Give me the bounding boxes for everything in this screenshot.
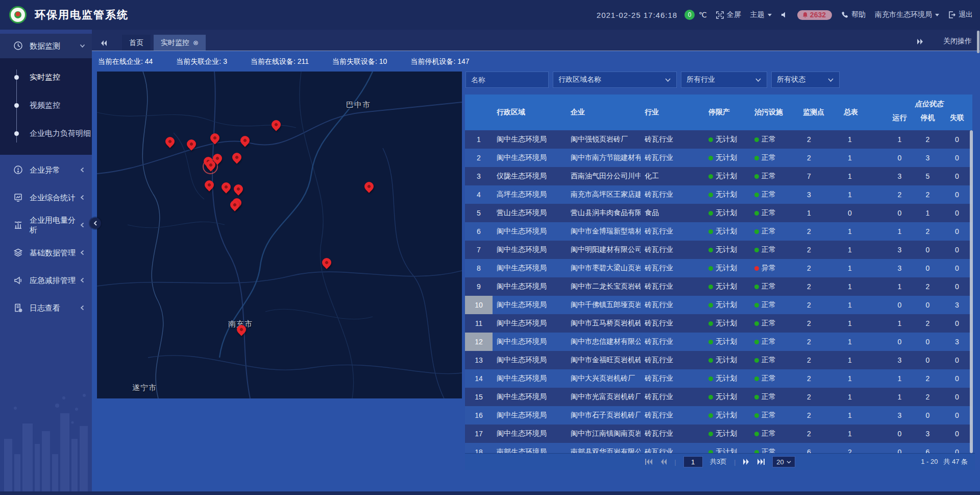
cell-stopped: 6: [914, 443, 942, 453]
tabs-scroll-right-button[interactable]: [916, 38, 924, 45]
cell-row-number: 14: [465, 369, 493, 388]
industry-filter-select[interactable]: 所有行业: [681, 72, 767, 88]
map-canvas[interactable]: 巴中市南充市遂宁市: [97, 72, 462, 398]
cell-enterprise: 南充市高坪区王家店建: [567, 185, 641, 204]
page-scrollbar[interactable]: [977, 31, 979, 53]
page-number-input[interactable]: [683, 456, 703, 467]
map-pin[interactable]: [364, 182, 374, 194]
cell-total-meter: 1: [840, 351, 886, 369]
map-pin[interactable]: [210, 133, 219, 146]
sidebar-item[interactable]: 日志查看: [0, 296, 92, 320]
map-pin[interactable]: [237, 325, 246, 337]
map-pin[interactable]: [230, 200, 239, 213]
pin-icon: [320, 256, 333, 269]
cell-region: 阆中生态环境局: [493, 259, 567, 277]
table-row[interactable]: 2阆中生态环境局阆中市南方节能建材有砖瓦行业无计划正常21030: [465, 149, 972, 167]
pin-hole: [209, 163, 213, 167]
cell-limit-status: 无计划: [704, 296, 750, 314]
alert-count: 2632: [810, 11, 826, 19]
table-row[interactable]: 11阆中生态环境局阆中市五马桥页岩机砖砖瓦行业无计划正常21120: [465, 314, 972, 333]
close-operations-button[interactable]: 关闭操作: [943, 37, 972, 46]
pin-icon: [362, 180, 375, 193]
status-filter-select[interactable]: 所有状态: [771, 72, 840, 88]
sidebar-item[interactable]: 企业用电量分析: [0, 213, 92, 238]
map-pin[interactable]: [234, 184, 243, 197]
sidebar-collapse-button[interactable]: [90, 218, 101, 229]
sidebar-subitem[interactable]: 实时监控: [0, 63, 92, 91]
status-dot-icon: [708, 432, 713, 436]
tab-close-icon[interactable]: ⊗: [193, 39, 199, 46]
sidebar-item[interactable]: 企业综合统计: [0, 185, 92, 210]
fullscreen-button[interactable]: 全屏: [716, 10, 741, 19]
sidebar-item[interactable]: 数据监测: [0, 34, 92, 58]
speaker-button[interactable]: [781, 11, 788, 18]
map-pin[interactable]: [272, 120, 281, 132]
table-row[interactable]: 12阆中生态环境局阆中市忠信建材有限公砖瓦行业无计划正常21003: [465, 333, 972, 351]
table-row[interactable]: 14阆中生态环境局阆中大兴页岩机砖厂砖瓦行业无计划正常21120: [465, 369, 972, 388]
table-row[interactable]: 8阆中生态环境局阆中市枣碧大梁山页岩砖瓦行业无计划异常21300: [465, 259, 972, 277]
table-row[interactable]: 16阆中生态环境局阆中市石子页岩机砖厂砖瓦行业无计划正常21300: [465, 406, 972, 425]
page-size-select[interactable]: 20: [772, 456, 795, 467]
sidebar-item[interactable]: 基础数据管理: [0, 241, 92, 265]
table-row[interactable]: 1阆中生态环境局阆中强锐页岩砖厂砖瓦行业无计划正常21120: [465, 130, 972, 149]
alert-count-badge[interactable]: 2632: [797, 10, 832, 20]
table-row[interactable]: 5营山生态环境局营山县润丰肉食品有限食品无计划正常10010: [465, 204, 972, 222]
logout-button[interactable]: 退出: [948, 10, 973, 19]
cell-row-number: 8: [465, 259, 493, 277]
cell-enterprise: 阆中市忠信建材有限公: [567, 333, 641, 351]
sidebar-item[interactable]: 应急减排管理: [0, 268, 92, 293]
status-dot-icon: [708, 376, 713, 381]
sidebar-subitem[interactable]: 企业电力负荷明细: [0, 120, 92, 148]
last-page-button[interactable]: [757, 459, 765, 465]
cell-row-number: 2: [465, 149, 493, 167]
tab-item[interactable]: 实时监控⊗: [154, 35, 206, 51]
stat-label: 当前失联企业:: [176, 57, 223, 65]
region-filter-select[interactable]: 行政区域名称: [553, 72, 677, 88]
prev-page-button[interactable]: [660, 459, 667, 465]
first-page-button[interactable]: [645, 459, 653, 465]
sidebar-item[interactable]: 企业异常: [0, 158, 92, 182]
cell-running: 1: [886, 314, 914, 333]
table-row[interactable]: 10阆中生态环境局阆中千佛镇五郎垭页岩砖瓦行业无计划正常21003: [465, 296, 972, 314]
cell-limit-status: 无计划: [704, 277, 750, 296]
cell-total-meter: 1: [840, 369, 886, 388]
help-button[interactable]: 帮助: [841, 10, 866, 19]
table-row[interactable]: 18南部生态环境局南部县双华页岩有限公砖瓦行业无计划正常62060: [465, 443, 972, 453]
map-pin[interactable]: [322, 258, 331, 270]
table-row[interactable]: 7阆中生态环境局阆中明阳建材有限公司砖瓦行业无计划正常21300: [465, 241, 972, 259]
map-pin[interactable]: [205, 180, 214, 193]
cell-limit-status: 无计划: [704, 369, 750, 388]
cell-industry: 砖瓦行业: [641, 351, 704, 369]
app-logo: [9, 6, 27, 23]
map-pin[interactable]: [232, 153, 241, 165]
table-row[interactable]: 3仪陇生态环境局西南油气田分公司川中化工无计划正常71350: [465, 167, 972, 185]
org-menu[interactable]: 南充市生态环境局: [875, 10, 939, 19]
pin-icon: [208, 131, 221, 144]
tabs-scroll-left-button[interactable]: [100, 40, 108, 46]
pin-hole: [215, 156, 219, 160]
map-pin[interactable]: [187, 139, 196, 152]
name-filter-input[interactable]: [465, 72, 549, 88]
cell-limit-status: 无计划: [704, 425, 750, 443]
map-pin[interactable]: [206, 160, 215, 173]
pin-hole: [213, 136, 217, 140]
cell-region: 阆中生态环境局: [493, 333, 567, 351]
table-row[interactable]: 13阆中生态环境局阆中市金福旺页岩机砖砖瓦行业无计划正常21300: [465, 351, 972, 369]
map-pin[interactable]: [240, 136, 250, 148]
cell-total-meter: 1: [840, 333, 886, 351]
cell-row-number: 3: [465, 167, 493, 185]
cell-stopped: 2: [914, 314, 942, 333]
theme-menu[interactable]: 主题: [750, 10, 772, 19]
table-row[interactable]: 15阆中生态环境局阆中市光富页岩机砖厂砖瓦行业无计划正常21120: [465, 388, 972, 406]
table-scrollbar[interactable]: [970, 130, 973, 453]
tab-item[interactable]: 首页: [122, 35, 151, 51]
table-row[interactable]: 9阆中生态环境局阆中市二龙长宝页岩砖砖瓦行业无计划正常21120: [465, 277, 972, 296]
map-pin[interactable]: [165, 137, 175, 149]
table-row[interactable]: 6阆中生态环境局阆中市金博瑞新型墙材砖瓦行业无计划正常21120: [465, 222, 972, 241]
table-row[interactable]: 4高坪生态环境局南充市高坪区王家店建砖瓦行业无计划正常31220: [465, 185, 972, 204]
table-row[interactable]: 17阆中生态环境局阆中市江南镇阆南页岩砖瓦行业无计划正常21030: [465, 425, 972, 443]
sidebar-subitem[interactable]: 视频监控: [0, 91, 92, 120]
stat-value: 44: [145, 57, 153, 65]
next-page-button[interactable]: [743, 459, 750, 465]
map-pin[interactable]: [222, 182, 231, 195]
